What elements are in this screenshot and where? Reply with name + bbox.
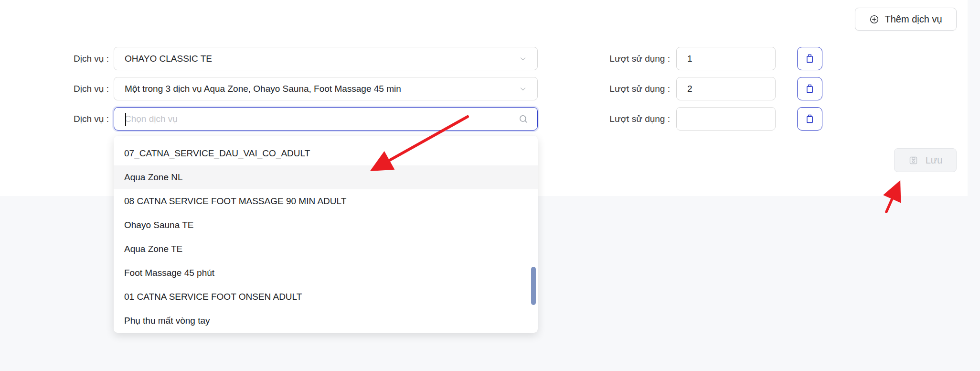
delete-service-button-1[interactable] bbox=[797, 47, 822, 70]
plus-circle-icon bbox=[869, 14, 879, 24]
trash-icon bbox=[804, 53, 815, 64]
service-label: Dịch vụ : bbox=[29, 47, 109, 70]
add-service-button[interactable]: Thêm dịch vụ bbox=[855, 8, 957, 31]
trash-icon bbox=[804, 83, 815, 94]
chevron-down-icon bbox=[518, 54, 528, 64]
usage-label: Lượt sử dụng : bbox=[587, 47, 670, 70]
service-search-select[interactable] bbox=[114, 107, 538, 131]
dropdown-scrollbar-thumb[interactable] bbox=[531, 267, 536, 305]
service-row-3: Dịch vụ : Lượt sử dụng : bbox=[0, 107, 968, 131]
dropdown-option[interactable]: 07_CATNA_SERVICE_DAU_VAI_CO_ADULT bbox=[114, 142, 538, 165]
usage-label: Lượt sử dụng : bbox=[587, 77, 670, 100]
dropdown-option[interactable]: Foot Massage 45 phút bbox=[114, 261, 538, 285]
save-floppy-icon bbox=[908, 155, 918, 165]
service-select-2[interactable]: Một trong 3 dịch vụ Aqua Zone, Ohayo Sau… bbox=[114, 77, 538, 100]
trash-icon bbox=[804, 113, 815, 124]
service-row-2: Dịch vụ : Một trong 3 dịch vụ Aqua Zone,… bbox=[0, 77, 968, 100]
dropdown-option[interactable]: 01 CATNA SERVICE FOOT ONSEN ADULT bbox=[114, 285, 538, 309]
usage-count-input-2[interactable] bbox=[676, 77, 776, 100]
save-button-label: Lưu bbox=[926, 155, 943, 166]
page: Thêm dịch vụ Dịch vụ : OHAYO CLASSIC TE … bbox=[0, 0, 980, 371]
service-label: Dịch vụ : bbox=[29, 107, 109, 131]
dropdown-option[interactable]: 08 CATNA SERVICE FOOT MASSAGE 90 MIN ADU… bbox=[114, 189, 538, 213]
save-button[interactable]: Lưu bbox=[894, 148, 957, 172]
delete-service-button-2[interactable] bbox=[797, 77, 822, 100]
usage-count-input-3[interactable] bbox=[676, 107, 776, 131]
add-service-label: Thêm dịch vụ bbox=[884, 14, 942, 25]
text-cursor bbox=[125, 113, 126, 126]
usage-count-input-1[interactable] bbox=[676, 47, 776, 70]
dropdown-option[interactable]: Phụ thu mất vòng tay bbox=[114, 309, 538, 333]
service-options-dropdown: 07_CATNA_SERVICE_DAU_VAI_CO_ADULT Aqua Z… bbox=[114, 136, 538, 333]
search-icon bbox=[518, 114, 529, 124]
service-select-value: OHAYO CLASSIC TE bbox=[125, 54, 518, 64]
dropdown-option-highlighted[interactable]: Aqua Zone NL bbox=[114, 165, 538, 189]
service-row-1: Dịch vụ : OHAYO CLASSIC TE Lượt sử dụng … bbox=[0, 47, 968, 70]
dropdown-option[interactable]: Ohayo Sauna TE bbox=[114, 213, 538, 237]
delete-service-button-3[interactable] bbox=[797, 107, 822, 131]
usage-label: Lượt sử dụng : bbox=[587, 107, 670, 131]
service-search-input[interactable] bbox=[125, 114, 518, 124]
dropdown-option[interactable]: Aqua Zone TE bbox=[114, 237, 538, 261]
service-select-1[interactable]: OHAYO CLASSIC TE bbox=[114, 47, 538, 70]
service-select-value: Một trong 3 dịch vụ Aqua Zone, Ohayo Sau… bbox=[125, 84, 518, 94]
chevron-down-icon bbox=[518, 84, 528, 94]
service-label: Dịch vụ : bbox=[29, 77, 109, 100]
